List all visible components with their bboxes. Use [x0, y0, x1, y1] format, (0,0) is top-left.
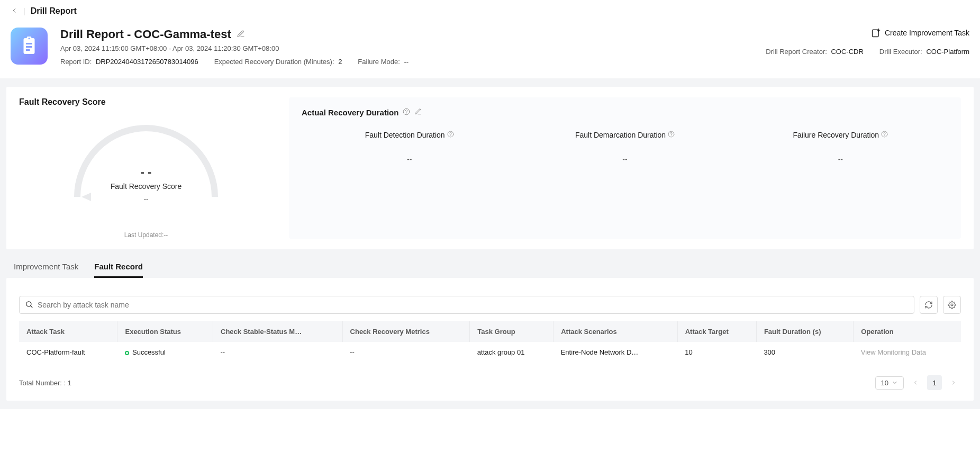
col-execution-status: Execution Status: [117, 321, 213, 342]
cell-check-recovery: --: [342, 342, 470, 363]
page-next-button[interactable]: [946, 375, 961, 390]
search-input[interactable]: [38, 301, 909, 309]
refresh-button[interactable]: [920, 296, 938, 314]
breadcrumb: Drill Report: [31, 6, 77, 16]
gauge-label: Fault Recovery Score: [111, 182, 182, 191]
gauge-last-updated: Last Updated:--: [124, 231, 168, 239]
fault-record-table: Attack Task Execution Status Check Stabl…: [19, 321, 961, 363]
search-box[interactable]: [19, 296, 914, 314]
failure-mode: Failure Mode: --: [358, 58, 409, 66]
breadcrumb-divider: |: [23, 7, 25, 15]
drill-report-creator: Drill Report Creator: COC-CDR: [766, 48, 864, 56]
svg-rect-0: [872, 30, 878, 37]
fault-recovery-gauge: - - Fault Recovery Score -- Last Updated…: [19, 112, 273, 239]
page-prev-button[interactable]: [908, 375, 923, 390]
settings-button[interactable]: [943, 296, 961, 314]
edit-title-icon[interactable]: [237, 30, 245, 40]
cell-operation: View Monitoring Data: [854, 342, 961, 363]
col-attack-task: Attack Task: [19, 321, 117, 342]
col-check-stable: Check Stable-Status M…: [213, 321, 343, 342]
report-icon: [11, 28, 48, 65]
tab-fault-record[interactable]: Fault Record: [94, 262, 143, 278]
svg-point-6: [448, 131, 453, 137]
help-icon[interactable]: [403, 108, 410, 117]
col-attack-scenarios: Attack Scenarios: [553, 321, 677, 342]
search-icon: [25, 300, 33, 310]
svg-marker-3: [81, 193, 91, 201]
col-check-recovery: Check Recovery Metrics: [342, 321, 470, 342]
gauge-sub: --: [144, 195, 149, 203]
expected-recovery: Expected Recovery Duration (Minutes): 2: [214, 58, 342, 66]
svg-point-4: [404, 109, 410, 115]
total-number: Total Number: : 1: [19, 379, 71, 387]
svg-point-12: [26, 301, 31, 306]
actual-recovery-duration-title: Actual Recovery Duration: [302, 108, 398, 117]
cell-attack-scenarios: Entire-Node Network D…: [553, 342, 677, 363]
drill-executor: Drill Executor: COC-Platform: [879, 48, 969, 56]
help-icon[interactable]: [881, 131, 888, 139]
cell-attack-target: 10: [677, 342, 756, 363]
help-icon[interactable]: [447, 131, 454, 139]
col-operation: Operation: [854, 321, 961, 342]
fault-detection-duration: Fault Detection Duration --: [302, 131, 517, 164]
back-icon[interactable]: [11, 7, 18, 16]
view-monitoring-data-link[interactable]: View Monitoring Data: [861, 348, 926, 356]
cell-execution-status: Successful: [117, 342, 213, 363]
fault-demarcation-duration: Fault Demarcation Duration --: [517, 131, 732, 164]
cell-attack-task: COC-Platform-fault: [19, 342, 117, 363]
edit-duration-icon[interactable]: [414, 108, 422, 117]
cell-fault-duration: 300: [756, 342, 853, 363]
svg-point-10: [882, 131, 887, 137]
failure-recovery-duration: Failure Recovery Duration --: [733, 131, 948, 164]
gauge-value: - -: [141, 165, 152, 179]
report-id: Report ID: DRP20240403172650783014096: [60, 58, 198, 66]
create-improvement-task-button[interactable]: Create Improvement Task: [871, 28, 969, 38]
svg-line-13: [31, 306, 32, 308]
page-size-dropdown[interactable]: 10: [875, 376, 904, 390]
tab-improvement-task[interactable]: Improvement Task: [14, 262, 78, 278]
cell-check-stable: --: [213, 342, 343, 363]
col-attack-target: Attack Target: [677, 321, 756, 342]
chevron-down-icon: [892, 379, 898, 386]
page-number-1[interactable]: 1: [927, 375, 942, 390]
table-row[interactable]: COC-Platform-fault Successful -- -- atta…: [19, 342, 961, 363]
col-fault-duration: Fault Duration (s): [756, 321, 853, 342]
create-improvement-task-label: Create Improvement Task: [885, 29, 969, 37]
svg-point-14: [951, 304, 953, 306]
score-heading: Fault Recovery Score: [19, 97, 273, 107]
status-success-icon: [125, 351, 129, 355]
page-title: Drill Report - COC-Gamma-test: [60, 28, 231, 41]
help-icon[interactable]: [668, 131, 675, 139]
svg-point-8: [668, 131, 674, 137]
col-task-group: Task Group: [470, 321, 553, 342]
time-range: Apr 03, 2024 11:15:00 GMT+08:00 - Apr 03…: [60, 44, 753, 52]
cell-task-group: attack group 01: [470, 342, 553, 363]
